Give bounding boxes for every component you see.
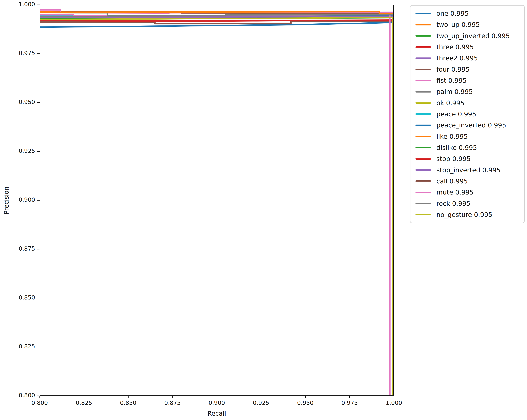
legend-line-swatch-three2 bbox=[416, 57, 431, 59]
y-axis-label: Precision bbox=[3, 184, 10, 217]
y-tick-mark bbox=[37, 396, 40, 396]
legend-line-swatch-three bbox=[416, 46, 431, 48]
x-tick-mark bbox=[39, 396, 40, 398]
legend-label: stop 0.995 bbox=[436, 155, 471, 162]
legend-item-no_gesture: no_gesture 0.995 bbox=[410, 211, 524, 219]
legend-item-rock: rock 0.995 bbox=[410, 200, 524, 207]
x-tick-mark bbox=[261, 396, 261, 398]
legend-line-swatch-fist bbox=[416, 80, 431, 81]
legend-line-swatch-mute bbox=[416, 192, 431, 193]
legend-label: stop_inverted 0.995 bbox=[436, 166, 501, 174]
y-tick-mark bbox=[37, 5, 40, 5]
x-axis-label: Recall bbox=[40, 410, 394, 417]
legend-item-four: four 0.995 bbox=[410, 66, 524, 73]
legend-item-peace_inverted: peace_inverted 0.995 bbox=[410, 122, 524, 129]
legend-label: ok 0.995 bbox=[436, 99, 464, 107]
x-tick-mark bbox=[84, 396, 84, 398]
legend-item-two_up_inverted: two_up_inverted 0.995 bbox=[410, 32, 524, 40]
legend-label: rock 0.995 bbox=[436, 200, 471, 207]
legend-label: fist 0.995 bbox=[436, 77, 467, 84]
legend-line-swatch-ok bbox=[416, 102, 431, 104]
legend-line-swatch-no_gesture bbox=[416, 214, 431, 215]
legend-line-swatch-one bbox=[416, 13, 431, 14]
legend-line-swatch-peace bbox=[416, 113, 431, 115]
legend-label: one 0.995 bbox=[436, 10, 469, 17]
legend-item-one: one 0.995 bbox=[410, 10, 524, 17]
legend-line-swatch-rock bbox=[416, 203, 431, 204]
legend-line-swatch-stop_inverted bbox=[416, 169, 431, 171]
pr-curves-svg bbox=[40, 5, 393, 395]
y-tick-mark bbox=[37, 298, 40, 298]
legend-item-mute: mute 0.995 bbox=[410, 189, 524, 196]
y-tick-mark bbox=[37, 347, 40, 347]
x-tick-mark bbox=[172, 396, 173, 398]
legend-label: two_up 0.995 bbox=[436, 21, 480, 28]
x-tick-label: 0.850 bbox=[115, 400, 142, 406]
x-tick-mark bbox=[217, 396, 217, 398]
legend-item-stop: stop 0.995 bbox=[410, 155, 524, 162]
x-tick-label: 0.925 bbox=[248, 400, 275, 406]
y-tick-label: 0.825 bbox=[8, 343, 35, 349]
legend-line-swatch-two_up_inverted bbox=[416, 35, 431, 37]
legend-item-palm: palm 0.995 bbox=[410, 88, 524, 95]
x-tick-label: 0.875 bbox=[159, 400, 186, 406]
legend-item-ok: ok 0.995 bbox=[410, 99, 524, 107]
legend-item-peace: peace 0.995 bbox=[410, 110, 524, 118]
legend-item-call: call 0.995 bbox=[410, 178, 524, 185]
y-tick-label: 0.875 bbox=[8, 246, 35, 252]
legend-item-dislike: dislike 0.995 bbox=[410, 144, 524, 151]
x-tick-label: 0.825 bbox=[70, 400, 98, 406]
legend-line-swatch-peace_inverted bbox=[416, 125, 431, 126]
y-tick-mark bbox=[37, 102, 40, 103]
legend-label: four 0.995 bbox=[436, 66, 470, 73]
x-tick-label: 0.950 bbox=[292, 400, 319, 406]
legend-item-three: three 0.995 bbox=[410, 43, 524, 51]
y-tick-mark bbox=[37, 200, 40, 200]
x-tick-label: 0.900 bbox=[203, 400, 230, 406]
legend-line-swatch-call bbox=[416, 180, 431, 182]
x-tick-label: 1.000 bbox=[380, 400, 407, 406]
x-tick-label: 0.975 bbox=[336, 400, 363, 406]
series-line-mute bbox=[40, 14, 390, 395]
legend-line-swatch-four bbox=[416, 69, 431, 70]
y-tick-label: 0.975 bbox=[8, 50, 35, 56]
legend-label: call 0.995 bbox=[436, 178, 468, 185]
legend-line-swatch-stop bbox=[416, 158, 431, 160]
legend: one 0.995two_up 0.995two_up_inverted 0.9… bbox=[410, 5, 525, 223]
x-tick-mark bbox=[349, 396, 350, 398]
y-tick-label: 0.800 bbox=[8, 392, 35, 399]
figure: 0.8000.8250.8500.8750.9000.9250.9500.975… bbox=[0, 0, 527, 420]
y-tick-label: 1.000 bbox=[8, 1, 35, 7]
y-tick-label: 0.900 bbox=[8, 197, 35, 203]
legend-label: dislike 0.995 bbox=[436, 144, 477, 151]
legend-item-stop_inverted: stop_inverted 0.995 bbox=[410, 166, 524, 174]
legend-line-swatch-palm bbox=[416, 91, 431, 93]
legend-label: mute 0.995 bbox=[436, 189, 473, 196]
x-tick-mark bbox=[394, 396, 394, 398]
legend-label: peace 0.995 bbox=[436, 110, 476, 118]
legend-line-swatch-dislike bbox=[416, 147, 431, 148]
x-tick-mark bbox=[305, 396, 306, 398]
y-tick-label: 0.850 bbox=[8, 294, 35, 301]
y-tick-mark bbox=[37, 151, 40, 152]
x-tick-mark bbox=[128, 396, 129, 398]
series-line-no_gesture bbox=[40, 17, 393, 395]
y-tick-label: 0.925 bbox=[8, 148, 35, 154]
legend-label: peace_inverted 0.995 bbox=[436, 122, 506, 129]
legend-label: two_up_inverted 0.995 bbox=[436, 32, 510, 40]
legend-item-two_up: two_up 0.995 bbox=[410, 21, 524, 28]
legend-item-like: like 0.995 bbox=[410, 133, 524, 140]
legend-line-swatch-like bbox=[416, 136, 431, 137]
x-tick-label: 0.800 bbox=[26, 400, 53, 406]
legend-item-three2: three2 0.995 bbox=[410, 54, 524, 62]
legend-item-fist: fist 0.995 bbox=[410, 77, 524, 84]
y-tick-mark bbox=[37, 53, 40, 54]
plot-area bbox=[40, 5, 394, 396]
legend-label: palm 0.995 bbox=[436, 88, 473, 95]
legend-line-swatch-two_up bbox=[416, 24, 431, 25]
legend-label: three 0.995 bbox=[436, 43, 474, 51]
legend-label: no_gesture 0.995 bbox=[436, 211, 493, 219]
legend-label: like 0.995 bbox=[436, 133, 468, 140]
y-tick-label: 0.950 bbox=[8, 99, 35, 105]
y-tick-mark bbox=[37, 249, 40, 250]
